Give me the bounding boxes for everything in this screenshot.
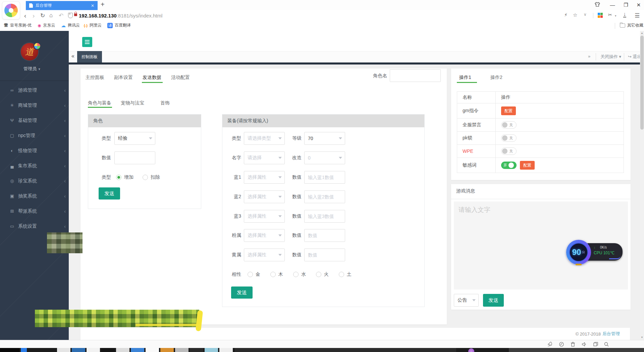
- favorite-star-icon[interactable]: ☆: [573, 12, 577, 18]
- taskbar-app-icon[interactable]: [190, 348, 203, 352]
- tab-close-icon[interactable]: ✕: [91, 3, 94, 8]
- radio-water[interactable]: [293, 272, 299, 277]
- new-tab-button[interactable]: +: [101, 1, 105, 8]
- scroll-up-arrow[interactable]: ▲: [640, 32, 644, 35]
- pink-attr-select[interactable]: 选择属性: [244, 229, 285, 242]
- collapse-tabs-right-icon[interactable]: »: [588, 54, 590, 59]
- taskbar-window-group[interactable]: [235, 348, 456, 352]
- radio-wood[interactable]: [270, 272, 276, 277]
- close-button[interactable]: ✕: [635, 2, 642, 8]
- blue3-value-input[interactable]: [304, 210, 345, 223]
- other-favorites[interactable]: 其它收藏: [620, 23, 643, 28]
- sidebar-item-treasure[interactable]: ◎珍宝系统‹: [0, 173, 69, 188]
- logout-button[interactable]: ↪ 退出: [628, 54, 642, 60]
- sidebar-item-mall[interactable]: ✳商城管理‹: [0, 98, 69, 113]
- tab-ops1[interactable]: 操作1: [459, 73, 471, 82]
- role-type-select[interactable]: 经验: [114, 132, 155, 145]
- bookmark-item[interactable]: 雷雷哥亲测-优: [4, 23, 32, 28]
- blue2-value-input[interactable]: [304, 190, 345, 203]
- home-icon[interactable]: ⌂: [49, 12, 53, 19]
- sidebar-item-npc[interactable]: ▢npc管理‹: [0, 128, 69, 143]
- sidebar-item-game[interactable]: ∞游戏管理‹: [0, 83, 69, 98]
- start-button[interactable]: [21, 348, 27, 352]
- blue2-attr-select[interactable]: 选择属性: [244, 190, 285, 203]
- tab-main-panel[interactable]: 主控面板: [86, 73, 104, 82]
- footer-brand-link[interactable]: 后台管理: [602, 331, 620, 337]
- browser-tab[interactable]: 后台管理 ✕: [26, 1, 98, 10]
- sidebar-item-gang[interactable]: ⊞帮派系统‹: [0, 204, 69, 219]
- hamburger-button[interactable]: [82, 37, 92, 47]
- bookmark-item[interactable]: (-)阿里云: [84, 23, 102, 28]
- sensitive-config-button[interactable]: 配置: [520, 161, 535, 170]
- sidebar-item-monster[interactable]: ◐怪物管理‹: [0, 143, 69, 158]
- user-menu[interactable]: 管理员 ▼: [23, 66, 41, 72]
- restore-button[interactable]: ❐: [622, 2, 630, 8]
- equip-level-select[interactable]: 70: [304, 132, 345, 145]
- taskbar-app-icon[interactable]: [131, 348, 144, 352]
- bookmark-item[interactable]: ☁腾讯云: [61, 23, 80, 28]
- apps-grid-icon[interactable]: [598, 13, 603, 18]
- yellow-attr-select[interactable]: 选择属性: [244, 249, 285, 261]
- role-name-input[interactable]: [390, 69, 441, 82]
- role-value-input[interactable]: [114, 151, 155, 164]
- radio-metal[interactable]: [248, 272, 253, 277]
- speaker-icon[interactable]: [582, 342, 588, 347]
- equip-name-select[interactable]: 请选择: [244, 151, 285, 164]
- undo-icon[interactable]: ↶: [59, 12, 63, 19]
- role-send-button[interactable]: 发送: [99, 187, 120, 200]
- taskbar-app-icon[interactable]: [116, 348, 129, 352]
- pk-lock-toggle[interactable]: 关: [501, 134, 517, 142]
- yellow-value-input[interactable]: [304, 249, 345, 261]
- reload-icon[interactable]: ↻: [40, 12, 45, 19]
- tab-dungeon-settings[interactable]: 副本设置: [114, 73, 133, 82]
- tab-send-data[interactable]: 发送数据: [143, 73, 161, 82]
- channel-select[interactable]: 公告: [454, 294, 479, 307]
- subtab-role-equip[interactable]: 角色与装备: [88, 98, 111, 107]
- taskbar-app-icon[interactable]: [101, 348, 115, 352]
- taskbar-corner-tile[interactable]: [0, 348, 19, 352]
- sensitive-words-toggle[interactable]: 开: [501, 162, 517, 169]
- close-operations-dropdown[interactable]: 关闭操作 ▾: [600, 54, 621, 60]
- bookmark-item[interactable]: 译百度翻译: [107, 23, 131, 28]
- blue1-value-input[interactable]: [304, 171, 345, 184]
- taskbar-app-icon[interactable]: [57, 348, 70, 352]
- subtab-jewelry[interactable]: 首饰: [160, 98, 170, 107]
- scrollbar-thumb[interactable]: [640, 36, 644, 130]
- taskbar-app-icon[interactable]: [205, 348, 218, 352]
- page-tab-dashboard[interactable]: 控制面板: [77, 51, 102, 62]
- sidebar-item-market[interactable]: ▄集市系统‹: [0, 158, 69, 173]
- dropdown-chevron-icon[interactable]: ∨: [584, 12, 587, 17]
- flash-icon[interactable]: ⚡: [564, 12, 568, 17]
- taskbar-app-icon[interactable]: [146, 348, 159, 352]
- minimize-button[interactable]: —: [609, 2, 616, 8]
- shield-icon[interactable]: [68, 13, 73, 18]
- tab-activity-config[interactable]: 活动配置: [171, 73, 190, 82]
- tab-ops2[interactable]: 操作2: [490, 73, 502, 82]
- message-send-button[interactable]: 发送: [483, 294, 504, 307]
- pink-value-input[interactable]: [304, 229, 345, 242]
- menu-icon[interactable]: ☰: [635, 12, 640, 19]
- taskbar-app-icon[interactable]: [175, 348, 189, 352]
- scissors-icon[interactable]: ✂: [608, 12, 612, 17]
- radio-subtract[interactable]: [143, 175, 148, 180]
- radio-earth[interactable]: [339, 272, 344, 277]
- download-icon[interactable]: ↓: [623, 12, 626, 17]
- gm-config-button[interactable]: 配置: [501, 106, 516, 115]
- collapse-tabs-left-icon[interactable]: «: [71, 53, 74, 59]
- sidebar-item-basic[interactable]: Ψ基础管理‹: [0, 113, 69, 128]
- sidebar-item-lottery[interactable]: ▣抽奖系统‹: [0, 188, 69, 204]
- subtab-pet-weapon[interactable]: 宠物与法宝: [121, 98, 144, 107]
- mute-all-toggle[interactable]: 关: [501, 121, 517, 129]
- taskbar-app-icon[interactable]: [219, 348, 233, 352]
- address-bar[interactable]: 192.168.192.130:8181/sys/index.html: [79, 13, 162, 18]
- scissors-dropdown-icon[interactable]: ▾: [615, 14, 616, 17]
- scroll-down-arrow[interactable]: ▼: [640, 336, 644, 339]
- equip-type-select[interactable]: 请选择类型: [244, 132, 285, 145]
- booster-rocket-icon[interactable]: [547, 342, 553, 347]
- equip-send-button[interactable]: 发送: [231, 287, 253, 299]
- radio-fire[interactable]: [316, 272, 321, 277]
- taskbar-app-icon[interactable]: [72, 348, 85, 352]
- equip-refine-select[interactable]: 0: [304, 151, 345, 164]
- blue3-attr-select[interactable]: 选择属性: [244, 210, 285, 223]
- window-layout-icon[interactable]: [593, 342, 599, 347]
